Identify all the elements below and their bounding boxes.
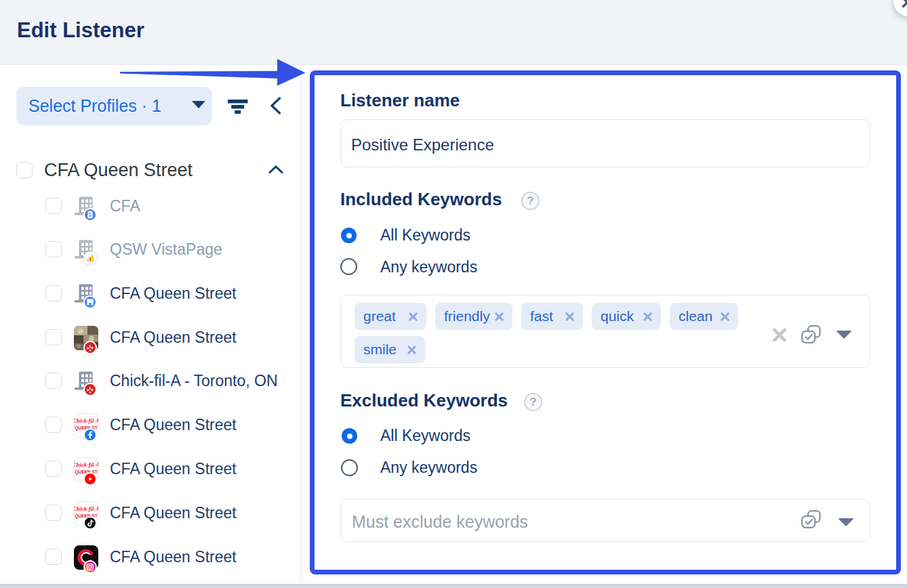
svg-text:Chick-fil-A: Chick-fil-A [74,461,98,468]
svg-text:Chick-fil-A: Chick-fil-A [74,417,98,424]
svg-text:Chick-fil-A: Chick-fil-A [74,505,98,512]
